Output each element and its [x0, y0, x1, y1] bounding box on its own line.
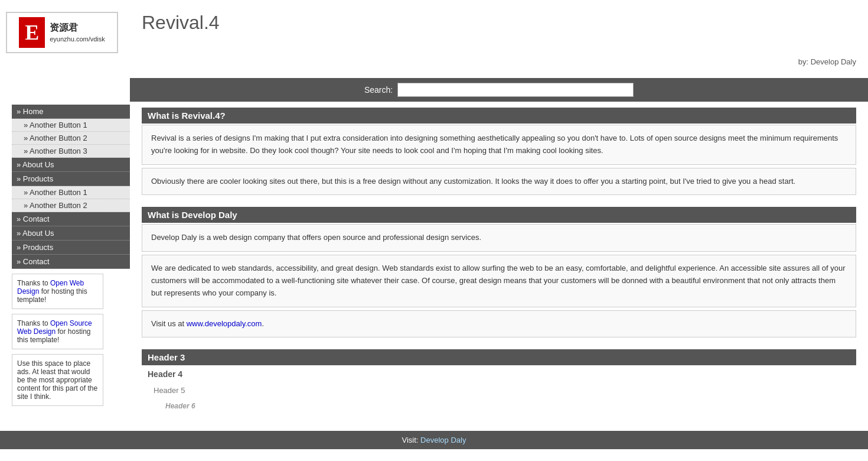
header-5: Header 5 [142, 383, 856, 398]
nav-item-prod-btn-1[interactable]: » Another Button 1 [12, 186, 130, 199]
content-area: What is Revival.4? Revival is a series o… [130, 102, 868, 431]
footer: Visit: Develop Daly [0, 431, 868, 449]
sidebar-box-3-text: Use this space to place ads. At least th… [17, 359, 97, 401]
footer-prefix: Visit: [402, 436, 421, 444]
nav-item-contact-2[interactable]: » Contact [12, 255, 130, 269]
search-bar: Search: [130, 78, 868, 102]
header-4: Header 4 [142, 366, 856, 382]
logo-text: 资源君 eyunzhu.com/vdisk [50, 21, 105, 44]
navigation: » Home » Another Button 1 » Another Butt… [12, 105, 130, 269]
sidebar-box-2-prefix: Thanks to [17, 319, 50, 327]
site-credit: by: Develop Daly [142, 57, 856, 66]
nav-item-another-btn-2-home[interactable]: » Another Button 2 [12, 132, 130, 145]
nav-item-products-1[interactable]: » Products [12, 172, 130, 186]
nav-item-prod-btn-2[interactable]: » Another Button 2 [12, 199, 130, 212]
nav-item-about-us-1[interactable]: » About Us [12, 158, 130, 172]
site-title: Revival.4 [142, 12, 856, 34]
section-develop-daly: What is Develop Daly Develop Daly is a w… [142, 207, 856, 337]
sidebar-box-2: Thanks to Open Source Web Design for hos… [12, 314, 103, 349]
logo-letter: E [19, 17, 45, 48]
sidebar-box-1: Thanks to Open Web Design for hosting th… [12, 274, 103, 309]
section-develop-daly-box-2: We are dedicated to web standards, acces… [142, 255, 856, 307]
section-revival: What is Revival.4? Revival is a series o… [142, 108, 856, 195]
section-develop-daly-box-1: Develop Daly is a web design company tha… [142, 224, 856, 252]
nav-item-home[interactable]: » Home [12, 105, 130, 119]
logo-url: eyunzhu.com/vdisk [50, 35, 105, 44]
header-3: Header 3 [142, 349, 856, 365]
section-develop-daly-heading: What is Develop Daly [142, 207, 856, 223]
section-revival-box-2: Obviously there are cooler looking sites… [142, 168, 856, 196]
develop-daly-link[interactable]: www.developdaly.com [187, 319, 262, 328]
section-revival-box-1: Revival is a series of designs I'm makin… [142, 125, 856, 165]
logo-title: 资源君 [50, 21, 105, 34]
nav-item-contact-1[interactable]: » Contact [12, 212, 130, 226]
nav-item-about-us-2[interactable]: » About Us [12, 226, 130, 241]
sidebar-box-1-prefix: Thanks to [17, 279, 50, 287]
section-revival-heading: What is Revival.4? [142, 108, 856, 124]
search-label: Search: [364, 85, 393, 95]
sidebar-box-3: Use this space to place ads. At least th… [12, 354, 103, 406]
nav-item-another-btn-1-home[interactable]: » Another Button 1 [12, 119, 130, 132]
section-develop-daly-box-3: Visit us at www.developdaly.com. [142, 310, 856, 338]
nav-item-another-btn-3-home[interactable]: » Another Button 3 [12, 145, 130, 158]
section-headers: Header 3 Header 4 Header 5 Header 6 [142, 349, 856, 413]
header-6: Header 6 [142, 399, 856, 413]
nav-item-products-2[interactable]: » Products [12, 241, 130, 255]
search-input[interactable] [397, 83, 634, 97]
footer-link[interactable]: Develop Daly [420, 436, 466, 444]
logo: E 资源君 eyunzhu.com/vdisk [6, 12, 118, 53]
